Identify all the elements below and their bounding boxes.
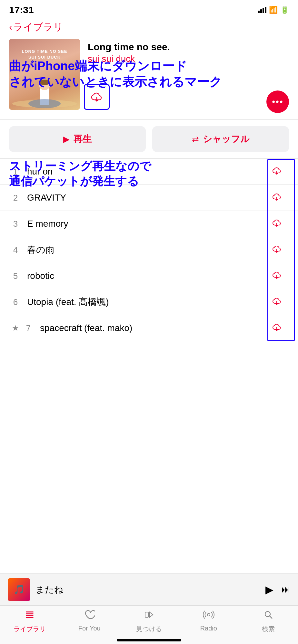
svg-rect-16 [26, 617, 34, 618]
track-download-button[interactable] [271, 296, 283, 308]
track-name: GRAVITY [22, 193, 271, 203]
tab-browse[interactable]: 見つける [119, 609, 179, 633]
cloud-download-icon [271, 322, 283, 333]
home-indicator [117, 639, 181, 641]
svg-rect-17 [145, 612, 148, 617]
track-number: 1 [9, 167, 22, 177]
tab-browse-label: 見つける [136, 625, 162, 633]
cloud-download-icon [271, 165, 283, 177]
track-star-icon: ★ [9, 324, 22, 333]
back-chevron-icon: ‹ [9, 22, 12, 33]
svg-line-20 [270, 616, 272, 619]
track-download-button[interactable] [271, 243, 283, 256]
track-name: spacecraft (feat. mako) [35, 323, 271, 333]
play-icon: ▶ [63, 134, 70, 144]
track-row[interactable]: 5 robotic [0, 263, 298, 289]
track-number: 6 [9, 297, 22, 307]
more-button[interactable]: ••• [266, 90, 289, 113]
play-button[interactable]: ▶ 再生 [9, 126, 146, 152]
mini-forward-button[interactable]: ⏭ [281, 584, 290, 595]
album-header: LONG TIME NO SEE SUI SUI DUCK [0, 39, 298, 116]
track-name: 春の雨 [22, 244, 271, 256]
track-download-button[interactable] [271, 322, 283, 335]
cloud-download-icon [271, 191, 283, 203]
cloud-download-small-icon [90, 90, 104, 104]
svg-rect-15 [26, 615, 34, 616]
radio-icon [203, 609, 214, 623]
shuffle-button[interactable]: ⇄ シャッフル [152, 126, 289, 152]
tab-radio[interactable]: Radio [179, 609, 238, 632]
download-icon-box[interactable] [84, 84, 110, 110]
track-download-button[interactable] [271, 270, 283, 282]
more-dots-icon: ••• [272, 97, 283, 107]
back-label: ライブラリ [13, 21, 63, 34]
cloud-download-icon [271, 270, 283, 281]
track-row[interactable]: 6 Utopia (feat. 髙橋颯) [0, 289, 298, 315]
track-row[interactable]: 1 hur on [0, 159, 298, 185]
track-number: 5 [9, 271, 22, 281]
library-icon [24, 609, 35, 623]
track-download-button[interactable] [271, 191, 283, 204]
status-time: 17:31 [9, 5, 34, 15]
tab-search-label: 検索 [262, 625, 275, 633]
track-number: 3 [9, 219, 22, 229]
tab-bar: ライブラリ For You 見つける Radi [0, 605, 298, 644]
status-bar: 17:31 📶 🔋 [0, 0, 298, 18]
foryou-icon [84, 609, 95, 623]
track-download-button[interactable] [271, 217, 283, 230]
tab-foryou-label: For You [78, 625, 101, 632]
track-name: E memory [22, 219, 271, 229]
album-artist: sui sui duck [88, 54, 289, 64]
back-nav[interactable]: ‹ ライブラリ [0, 18, 298, 39]
track-row[interactable]: 2 GRAVITY [0, 185, 298, 211]
track-number: 2 [9, 193, 22, 203]
track-row[interactable]: 3 E memory [0, 211, 298, 237]
wifi-icon: 📶 [269, 6, 278, 14]
shuffle-icon: ⇄ [192, 134, 199, 144]
track-number: 4 [9, 245, 22, 255]
cloud-download-icon [271, 243, 283, 255]
track-name: robotic [22, 271, 271, 281]
mini-player-title: またね [35, 583, 260, 596]
album-art-title: LONG TIME NO SEE SUI SUI DUCK [9, 49, 80, 60]
svg-rect-3 [39, 80, 50, 85]
mini-player-art: 🎵 [8, 578, 30, 601]
cloud-download-icon [271, 296, 283, 307]
mini-player[interactable]: 🎵 またね ▶ ⏭ [0, 573, 298, 605]
tab-foryou[interactable]: For You [60, 609, 119, 632]
svg-rect-14 [26, 613, 34, 614]
svg-rect-13 [26, 611, 34, 612]
mini-player-controls: ▶ ⏭ [265, 583, 290, 596]
action-buttons: ▶ 再生 ⇄ シャッフル [0, 120, 298, 158]
tab-library-label: ライブラリ [14, 625, 46, 633]
track-name: Utopia (feat. 髙橋颯) [22, 296, 271, 308]
album-art: LONG TIME NO SEE SUI SUI DUCK [9, 39, 80, 110]
svg-point-19 [265, 611, 270, 617]
svg-point-4 [28, 99, 61, 108]
tab-search[interactable]: 検索 [238, 609, 298, 633]
battery-icon: 🔋 [280, 6, 289, 14]
cloud-download-icon [271, 217, 283, 229]
track-name: hur on [22, 166, 271, 177]
track-download-button[interactable] [271, 165, 283, 178]
track-list: ストリーミング再生なので通信パケットが発生する 1 hur on 2 GRAVI… [0, 159, 298, 341]
signal-bars-icon [258, 7, 266, 13]
play-label: 再生 [74, 133, 92, 145]
search-icon [263, 609, 274, 623]
album-title: Long time no see. [88, 42, 289, 52]
track-number: 7 [22, 323, 35, 333]
mini-play-button[interactable]: ▶ [265, 583, 273, 596]
track-row[interactable]: 4 春の雨 [0, 237, 298, 263]
tab-radio-label: Radio [200, 625, 217, 632]
album-info: Long time no see. sui sui duck [88, 39, 289, 69]
track-row[interactable]: ★ 7 spacecraft (feat. mako) [0, 315, 298, 341]
tab-library[interactable]: ライブラリ [0, 609, 60, 633]
browse-icon [143, 609, 155, 623]
shuffle-label: シャッフル [203, 133, 250, 145]
svg-point-18 [207, 613, 210, 616]
status-icons: 📶 🔋 [258, 6, 289, 14]
